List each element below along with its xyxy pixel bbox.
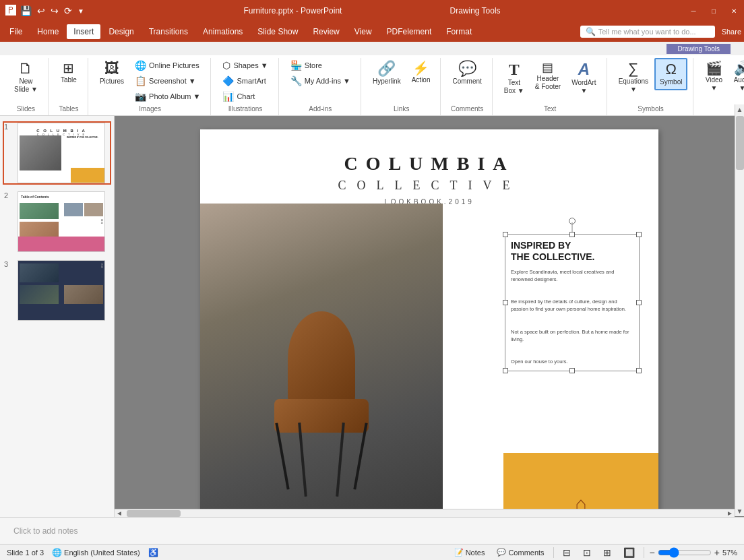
normal-view-button[interactable]: ⊟	[559, 546, 574, 559]
ribbon-group-illustrations: ⬡ Shapes ▼ 🔷 SmartArt 📊 Chart Illustrati…	[212, 58, 278, 115]
handle-br[interactable]	[636, 368, 642, 373]
menu-format[interactable]: Format	[439, 24, 478, 39]
menu-animations[interactable]: Animations	[196, 24, 249, 39]
screenshot-button[interactable]: 📋 Screenshot ▼	[130, 73, 205, 88]
reading-view-button[interactable]: 🔲	[620, 546, 638, 559]
share-button[interactable]: Share	[722, 28, 741, 36]
symbol-button[interactable]: Ω Symbol	[654, 58, 687, 90]
equations-label: Equations▼	[619, 77, 648, 94]
comments-status-button[interactable]: 💬 Comments	[493, 547, 547, 558]
slide-thumb-1[interactable]: 1 C O L U M B I A C O L L E C T I V E IN…	[3, 121, 111, 185]
text-box-para2: Be inspired by the details of culture, d…	[511, 298, 633, 313]
slide-sorter-button[interactable]: ⊞	[600, 546, 615, 559]
save-icon[interactable]: 💾	[20, 5, 32, 16]
menu-review[interactable]: Review	[306, 24, 346, 39]
new-slide-button[interactable]: 🗋 NewSlide ▼	[9, 58, 42, 97]
shapes-label: Shapes ▼	[233, 61, 268, 69]
notes-placeholder: Click to add notes	[13, 526, 78, 536]
table-button[interactable]: ⊞ Table	[55, 58, 82, 88]
menu-pdfelement[interactable]: PDFelement	[380, 24, 439, 39]
handle-bl[interactable]	[503, 368, 508, 373]
vertical-scrollbar[interactable]: ▲ ▼	[735, 116, 744, 516]
handle-tm[interactable]	[569, 232, 575, 237]
equations-icon: ∑	[628, 61, 639, 76]
pictures-button[interactable]: 🖼 Pictures	[95, 58, 129, 89]
menu-slideshow[interactable]: Slide Show	[251, 24, 305, 39]
photo-album-button[interactable]: 📷 Photo Album ▼	[130, 89, 205, 104]
zoom-in-button[interactable]: +	[714, 547, 720, 558]
menu-home[interactable]: Home	[30, 24, 65, 39]
my-addins-button[interactable]: 🔧 My Add-ins ▼	[286, 73, 355, 88]
search-placeholder: Tell me what you want to do...	[598, 28, 696, 36]
audio-button[interactable]: 🔊 Audio▼	[728, 58, 744, 96]
action-icon: ⚡	[412, 61, 429, 75]
slide-count: Slide 1 of 3	[7, 549, 44, 557]
notes-status-button[interactable]: 📝 Notes	[451, 547, 489, 558]
handle-tr[interactable]	[636, 232, 642, 237]
store-button[interactable]: 🏪 Store	[286, 58, 355, 73]
chart-button[interactable]: 📊 Chart	[218, 89, 272, 104]
accessibility-icon[interactable]: ♿	[148, 548, 158, 557]
scroll-thumb-h[interactable]	[127, 510, 181, 517]
equations-button[interactable]: ∑ Equations▼	[614, 58, 653, 97]
zoom-out-button[interactable]: −	[650, 547, 655, 558]
menu-view[interactable]: View	[348, 24, 379, 39]
close-btn[interactable]: ✕	[729, 6, 739, 15]
handle-tl[interactable]	[503, 232, 508, 237]
slide-title-area: COLUMBIA COLLECTIVE LOOKBOOK.2019	[200, 153, 658, 206]
scroll-down-arrow[interactable]: ▼	[735, 506, 744, 516]
slide-thumb-2[interactable]: 2 Table of Contents 2425	[3, 190, 111, 253]
menu-design[interactable]: Design	[102, 24, 140, 39]
comment-button[interactable]: 💬 Comment	[447, 58, 486, 89]
text-box-button[interactable]: T TextBox ▼	[499, 58, 529, 98]
symbol-label: Symbol	[660, 78, 682, 86]
search-bar[interactable]: 🔍 Tell me what you want to do...	[580, 26, 715, 38]
wordart-button[interactable]: A WordArt▼	[567, 58, 601, 98]
outline-view-button[interactable]: ⊡	[580, 546, 594, 559]
horizontal-scrollbar[interactable]: ◄ ►	[115, 509, 735, 517]
menu-file[interactable]: File	[3, 24, 29, 39]
ribbon-group-slides: 🗋 NewSlide ▼ Slides	[4, 58, 49, 115]
online-pictures-button[interactable]: 🌐 Online Pictures	[130, 58, 205, 73]
scroll-left-arrow[interactable]: ◄	[115, 509, 124, 517]
selected-text-box[interactable]: INSPIRED BYTHE COLLECTIVE. Explore Scand…	[505, 234, 640, 371]
minimize-btn[interactable]: ─	[689, 6, 698, 15]
action-button[interactable]: ⚡ Action	[407, 58, 435, 88]
menu-transitions[interactable]: Transitions	[142, 24, 195, 39]
canvas-scroll[interactable]: COLUMBIA COLLECTIVE LOOKBOOK.2019	[115, 116, 744, 517]
redo-icon[interactable]: ↪	[51, 5, 59, 16]
ribbon: 🗋 NewSlide ▼ Slides ⊞ Table Tables 🖼 Pic	[0, 55, 744, 116]
chart-label: Chart	[237, 92, 255, 100]
customize-icon[interactable]: ▼	[78, 7, 84, 15]
handle-bm[interactable]	[569, 368, 575, 373]
menu-insert[interactable]: Insert	[67, 24, 100, 39]
tables-group-label: Tables	[59, 104, 78, 113]
handle-ml[interactable]	[503, 300, 508, 305]
store-label: Store	[305, 61, 322, 69]
new-slide-icon: 🗋	[18, 61, 33, 76]
text-group-label: Text	[544, 104, 556, 113]
video-button[interactable]: 🎬 Video▼	[700, 58, 727, 96]
ribbon-group-comments: 💬 Comment Comments	[442, 58, 492, 115]
header-footer-button[interactable]: ▤ Header& Footer	[530, 58, 565, 94]
scroll-right-arrow[interactable]: ►	[725, 509, 735, 517]
action-label: Action	[412, 76, 431, 84]
scroll-thumb[interactable]	[736, 116, 744, 170]
maximize-btn[interactable]: □	[709, 6, 718, 15]
online-pictures-label: Online Pictures	[149, 61, 199, 69]
undo-icon[interactable]: ↩	[37, 5, 45, 16]
handle-mr[interactable]	[636, 300, 642, 305]
refresh-icon[interactable]: ⟳	[64, 5, 72, 16]
slide-thumb-3[interactable]: 3 2830	[3, 259, 111, 322]
hyperlink-button[interactable]: 🔗 Hyperlink	[368, 58, 406, 89]
audio-label: Audio▼	[734, 76, 744, 92]
status-bar: Slide 1 of 3 🌐 English (United States) ♿…	[0, 544, 744, 560]
text-box-para1: Explore Scandinavia, meet local creative…	[511, 268, 633, 284]
hyperlink-label: Hyperlink	[373, 77, 401, 86]
shapes-button[interactable]: ⬡ Shapes ▼	[218, 58, 272, 73]
zoom-slider[interactable]	[658, 547, 712, 558]
notes-area[interactable]: Click to add notes	[0, 517, 744, 544]
smartart-button[interactable]: 🔷 SmartArt	[218, 73, 272, 88]
my-addins-label: My Add-ins ▼	[305, 77, 350, 85]
table-label: Table	[61, 76, 77, 84]
